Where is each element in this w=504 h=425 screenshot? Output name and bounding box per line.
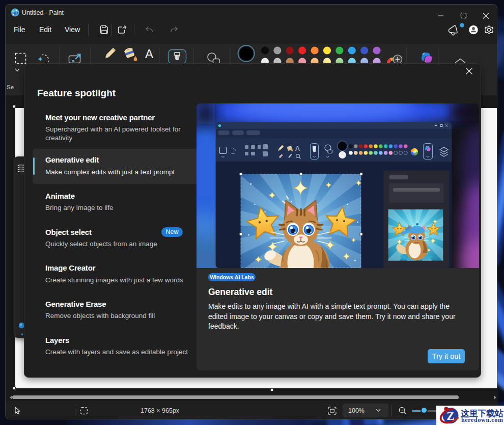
- svg-text:heredown.com: heredown.com: [461, 416, 503, 423]
- svg-text:A: A: [145, 47, 153, 61]
- svg-text:A: A: [295, 145, 300, 152]
- svg-text:Se: Se: [7, 84, 14, 90]
